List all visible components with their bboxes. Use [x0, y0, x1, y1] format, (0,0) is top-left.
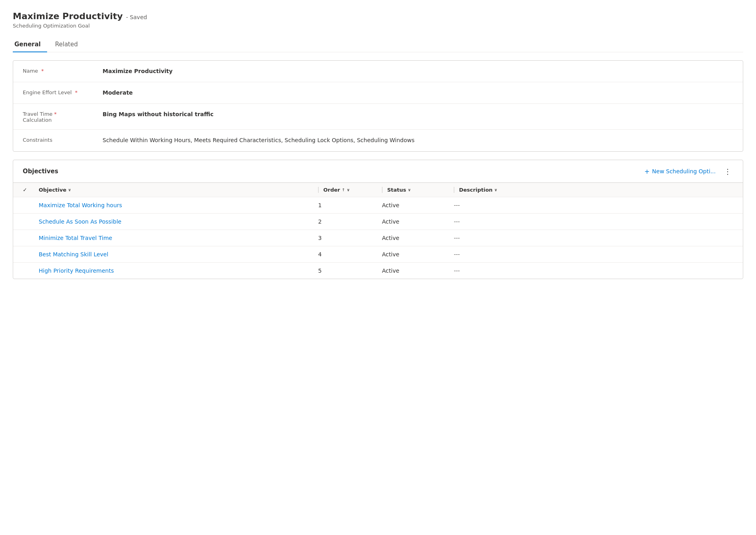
- row-objective-1[interactable]: Maximize Total Working hours: [39, 202, 318, 208]
- table-header: ✓ Objective ∨ Order ↑ ∨ Status ∨ Descrip…: [13, 183, 743, 197]
- more-options-button[interactable]: ⋮: [722, 166, 733, 177]
- page-title-container: Maximize Productivity - Saved: [13, 11, 743, 21]
- required-star-name: *: [41, 68, 44, 74]
- form-value-name: Maximize Productivity: [103, 67, 733, 74]
- row-objective-2[interactable]: Schedule As Soon As Possible: [39, 218, 318, 225]
- row-desc-4: ---: [454, 251, 733, 258]
- form-label-engine-effort: Engine Effort Level *: [23, 89, 103, 95]
- sort-icon-objective: ∨: [68, 188, 71, 192]
- form-row-constraints: Constraints Schedule Within Working Hour…: [13, 130, 743, 151]
- sort-icon-status: ∨: [408, 188, 411, 192]
- row-desc-2: ---: [454, 218, 733, 225]
- table-row: High Priority Requirements 5 Active ---: [13, 263, 743, 279]
- row-desc-5: ---: [454, 268, 733, 274]
- plus-icon: +: [644, 168, 649, 175]
- row-desc-3: ---: [454, 235, 733, 241]
- form-row-name: Name * Maximize Productivity: [13, 61, 743, 82]
- check-icon-header: ✓: [23, 187, 27, 193]
- more-icon: ⋮: [724, 167, 731, 176]
- row-order-1: 1: [318, 202, 382, 208]
- row-order-2: 2: [318, 218, 382, 225]
- table-row: Schedule As Soon As Possible 2 Active --…: [13, 214, 743, 230]
- sort-icon-description: ∨: [494, 188, 497, 192]
- form-label-travel-time: Travel TimeCalculation*: [23, 110, 103, 123]
- row-status-4: Active: [382, 251, 454, 258]
- col-header-check[interactable]: ✓: [23, 187, 39, 193]
- objectives-title: Objectives: [23, 168, 641, 175]
- row-desc-1: ---: [454, 202, 733, 208]
- form-value-engine-effort: Moderate: [103, 89, 733, 96]
- required-star-engine: *: [75, 89, 78, 95]
- form-label-name: Name *: [23, 67, 103, 74]
- objectives-actions: + New Scheduling Opti... ⋮: [641, 166, 733, 177]
- form-section: Name * Maximize Productivity Engine Effo…: [13, 60, 743, 152]
- objectives-section: Objectives + New Scheduling Opti... ⋮ ✓ …: [13, 160, 743, 279]
- row-order-5: 5: [318, 268, 382, 274]
- row-order-3: 3: [318, 235, 382, 241]
- table-row: Minimize Total Travel Time 3 Active ---: [13, 230, 743, 246]
- page-title: Maximize Productivity: [13, 11, 123, 21]
- table-row: Best Matching Skill Level 4 Active ---: [13, 246, 743, 263]
- row-objective-3[interactable]: Minimize Total Travel Time: [39, 235, 318, 241]
- col-header-order[interactable]: Order ↑ ∨: [318, 187, 382, 193]
- form-label-constraints: Constraints: [23, 136, 103, 143]
- table-row: Maximize Total Working hours 1 Active --…: [13, 197, 743, 214]
- objectives-header: Objectives + New Scheduling Opti... ⋮: [13, 160, 743, 183]
- col-header-description[interactable]: Description ∨: [454, 187, 733, 193]
- form-value-constraints: Schedule Within Working Hours, Meets Req…: [103, 136, 733, 143]
- tab-related[interactable]: Related: [53, 37, 84, 52]
- required-star-travel: *: [54, 111, 57, 117]
- form-value-travel-time: Bing Maps without historical traffic: [103, 110, 733, 117]
- new-scheduling-button[interactable]: + New Scheduling Opti...: [641, 166, 719, 177]
- page-subtitle: Scheduling Optimization Goal: [13, 23, 743, 29]
- row-status-5: Active: [382, 268, 454, 274]
- row-order-4: 4: [318, 251, 382, 258]
- form-row-travel-time: Travel TimeCalculation* Bing Maps withou…: [13, 104, 743, 130]
- row-status-2: Active: [382, 218, 454, 225]
- col-header-objective[interactable]: Objective ∨: [39, 187, 318, 193]
- form-row-engine-effort: Engine Effort Level * Moderate: [13, 82, 743, 104]
- row-status-3: Active: [382, 235, 454, 241]
- new-button-label: New Scheduling Opti...: [652, 168, 716, 174]
- tab-general[interactable]: General: [13, 37, 47, 52]
- tab-bar: General Related: [13, 37, 743, 52]
- row-status-1: Active: [382, 202, 454, 208]
- col-header-status[interactable]: Status ∨: [382, 187, 454, 193]
- sort-icon-order-desc: ∨: [346, 188, 350, 192]
- sort-icon-order-asc: ↑: [342, 188, 345, 192]
- saved-indicator: - Saved: [126, 14, 147, 20]
- row-objective-5[interactable]: High Priority Requirements: [39, 268, 318, 274]
- row-objective-4[interactable]: Best Matching Skill Level: [39, 251, 318, 258]
